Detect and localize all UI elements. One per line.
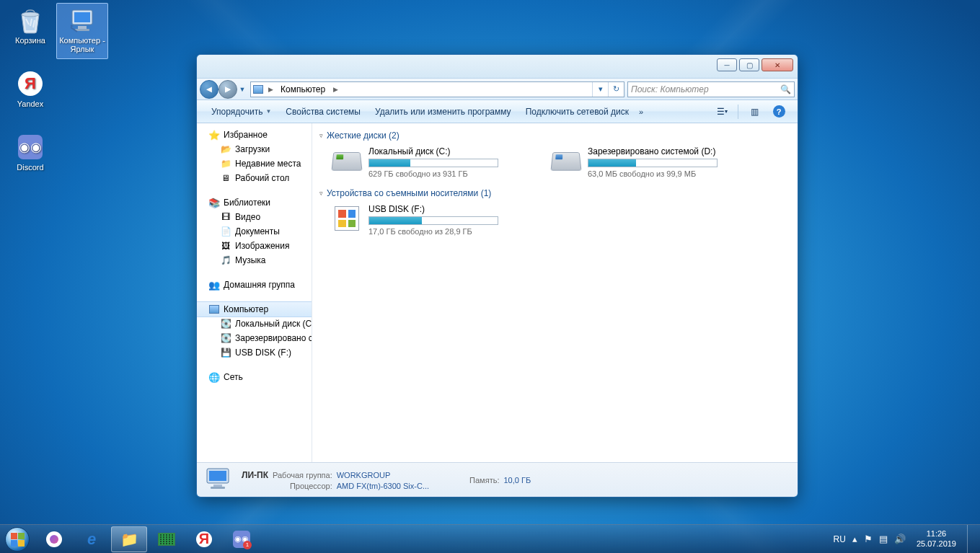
capacity-bar	[368, 216, 498, 225]
drive-reserved-d[interactable]: Зарезервировано системой (D:) 63,0 МБ св…	[550, 146, 752, 178]
nav-history-dropdown[interactable]: ▼	[237, 81, 247, 97]
drive-icon: 💽	[220, 318, 231, 329]
search-input[interactable]: Поиск: Компьютер 🔍	[627, 81, 795, 97]
desktop-icon-yandex[interactable]: Я Yandex	[4, 66, 56, 123]
show-desktop-button[interactable]	[967, 525, 977, 554]
address-bar[interactable]: ▶ Компьютер ▶ ▾ ↻	[250, 81, 624, 97]
search-icon[interactable]: 🔍	[780, 84, 791, 94]
desktop-icon-label: Корзина	[15, 36, 45, 45]
hdd-icon	[331, 146, 363, 175]
details-pane: ЛИ-ПК Рабочая группа: WORKGROUP Процессо…	[197, 462, 798, 497]
desktop-icon-computer[interactable]: Компьютер - Ярлык	[56, 3, 108, 59]
taskbar-discord[interactable]: ◉◉1	[224, 526, 260, 552]
toolbar-organize[interactable]: Упорядочить▼	[204, 100, 278, 123]
document-icon: 📄	[220, 226, 231, 237]
folder-icon: 📁	[120, 531, 138, 548]
tray-clock[interactable]: 11:26 25.07.2019	[912, 529, 961, 548]
usb-disk-icon	[331, 204, 363, 233]
breadcrumb-chevron-icon[interactable]: ▶	[265, 86, 276, 93]
taskbar-taskmgr[interactable]	[149, 526, 185, 552]
start-button[interactable]	[0, 525, 35, 554]
nav-images[interactable]: 🖼Изображения	[197, 239, 312, 253]
desktop-icon-recycle[interactable]: Корзина	[4, 3, 56, 59]
recycle-bin-icon	[16, 6, 45, 35]
svg-rect-2	[74, 12, 90, 22]
computer-icon	[251, 85, 265, 94]
explorer-window: ─ ▢ ✕ ◄ ► ▼ ▶ Компьютер ▶ ▾ ↻ Поиск: Ком	[196, 54, 798, 497]
svg-point-0	[22, 12, 39, 17]
nav-favorites[interactable]: ⭐Избранное	[197, 128, 312, 142]
nav-usb-f[interactable]: 💾USB DISK (F:)	[197, 345, 312, 360]
desktop-icon-discord[interactable]: ◉◉ Discord	[4, 130, 56, 186]
nav-music[interactable]: 🎵Музыка	[197, 253, 312, 267]
desktop-icon-label: Discord	[17, 163, 43, 172]
toolbar-system-properties[interactable]: Свойства системы	[278, 100, 368, 123]
breadcrumb-chevron-icon[interactable]: ▶	[330, 86, 341, 93]
capacity-bar	[588, 159, 718, 167]
close-button[interactable]: ✕	[762, 58, 793, 71]
status-computer-name: ЛИ-ПК	[242, 470, 268, 480]
usb-icon: 💾	[220, 347, 231, 358]
desktop-icon-label: Компьютер - Ярлык	[58, 36, 106, 53]
toolbar-uninstall-program[interactable]: Удалить или изменить программу	[368, 100, 518, 123]
address-dropdown-button[interactable]: ▾	[592, 82, 608, 97]
window-titlebar[interactable]: ─ ▢ ✕	[197, 55, 798, 79]
computer-icon	[68, 6, 97, 35]
tray-language[interactable]: RU	[834, 534, 846, 544]
yandex-icon: Я	[16, 69, 45, 98]
category-removable[interactable]: ▿Устройства со съемными носителями (1)	[319, 188, 790, 198]
star-icon: ⭐	[208, 129, 220, 141]
svg-rect-7	[213, 485, 222, 487]
nav-forward-button[interactable]: ►	[218, 80, 237, 99]
nav-homegroup[interactable]: 👥Домашняя группа	[197, 278, 312, 292]
nav-downloads[interactable]: 📂Загрузки	[197, 142, 312, 156]
libraries-icon: 📚	[208, 197, 220, 208]
taskbar-ie[interactable]: e	[74, 526, 110, 552]
taskbar-explorer[interactable]: 📁	[111, 526, 147, 552]
capacity-bar	[368, 159, 498, 167]
view-options-button[interactable]: ☰▾	[710, 103, 733, 120]
minimize-button[interactable]: ─	[717, 58, 737, 71]
toolbar-overflow-button[interactable]: »	[636, 107, 646, 116]
nav-network[interactable]: 🌐Сеть	[197, 370, 312, 384]
status-workgroup: WORKGROUP	[337, 471, 429, 479]
recent-icon: 📁	[220, 158, 231, 169]
taskbar-yandex-browser[interactable]: Я	[186, 526, 222, 552]
preview-pane-button[interactable]: ▥	[743, 103, 766, 120]
hdd-icon	[550, 146, 582, 175]
computer-icon	[204, 466, 234, 494]
breadcrumb-segment[interactable]: Компьютер	[276, 82, 330, 97]
tray-show-hidden-icon[interactable]: ▴	[852, 534, 857, 544]
help-button[interactable]: ?	[767, 103, 790, 120]
computer-icon	[208, 304, 220, 315]
drive-usb-f[interactable]: USB DISK (F:) 17,0 ГБ свободно из 28,9 Г…	[331, 204, 533, 236]
svg-rect-4	[75, 29, 89, 31]
nav-local-c[interactable]: 💽Локальный диск (C:)	[197, 317, 312, 331]
nav-computer[interactable]: Компьютер	[197, 301, 312, 317]
tray-flag-icon[interactable]: ⚑	[864, 534, 873, 544]
nav-documents[interactable]: 📄Документы	[197, 224, 312, 239]
homegroup-icon: 👥	[208, 279, 220, 291]
drive-local-c[interactable]: Локальный диск (C:) 629 ГБ свободно из 9…	[331, 146, 533, 178]
tray-volume-icon[interactable]: 🔊	[894, 534, 906, 544]
refresh-button[interactable]: ↻	[608, 82, 624, 97]
nav-video[interactable]: 🎞Видео	[197, 210, 312, 224]
taskbar-yandex[interactable]	[36, 526, 72, 552]
tray-action-center-icon[interactable]: ▤	[879, 534, 888, 544]
search-placeholder: Поиск: Компьютер	[631, 84, 709, 94]
nav-reserved-d[interactable]: 💽Зарезервировано системой (D:)	[197, 331, 312, 345]
nav-desktop[interactable]: 🖥Рабочий стол	[197, 171, 312, 185]
nav-recent[interactable]: 📁Недавние места	[197, 156, 312, 171]
toolbar-map-network-drive[interactable]: Подключить сетевой диск	[518, 100, 636, 123]
maximize-button[interactable]: ▢	[739, 58, 759, 71]
drive-icon: 💽	[220, 332, 231, 344]
desktop-icon: 🖥	[220, 172, 231, 184]
status-memory: 10,0 ГБ	[503, 476, 531, 485]
folder-icon: 📂	[220, 143, 231, 155]
nav-back-button[interactable]: ◄	[200, 80, 218, 99]
image-icon: 🖼	[220, 240, 231, 252]
svg-rect-6	[209, 471, 226, 481]
music-icon: 🎵	[220, 255, 231, 266]
nav-libraries[interactable]: 📚Библиотеки	[197, 195, 312, 210]
category-hard-drives[interactable]: ▿Жесткие диски (2)	[319, 130, 790, 141]
